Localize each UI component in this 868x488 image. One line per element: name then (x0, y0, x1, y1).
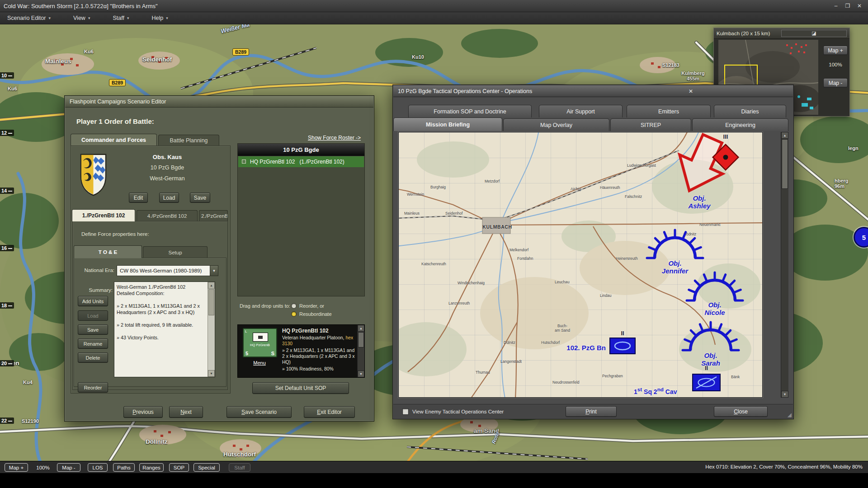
save-scenario-button[interactable]: Save Scenario (226, 406, 292, 418)
window-titlebar[interactable]: Cold War: Southern Storm [2.1.0.5722α] "… (0, 0, 868, 12)
button-label: Exit Editor (317, 409, 342, 415)
status-ranges-button[interactable]: Ranges (139, 463, 164, 472)
view-enemy-toc-label[interactable]: View Enemy Tactical Operations Center (412, 409, 504, 414)
menu-view[interactable]: View ▾ (71, 14, 93, 23)
hex-row-label: 20 (0, 360, 14, 366)
hex-row-label: 16 (0, 245, 14, 251)
briefing-map[interactable]: KULMBACH Melkendorf Burghaig Metzdorf Ai… (398, 132, 763, 398)
tab-battle-planning[interactable]: Battle Planning (158, 135, 219, 145)
briefing-map-scrollbar[interactable]: ▲ ▼ (781, 132, 788, 398)
force-tree[interactable]: 10 PzG Bgde HQ PzGrenBtl 102 (1./PzGrenB… (237, 143, 365, 296)
tab-diaries[interactable]: Diaries (714, 105, 786, 117)
save-button[interactable]: Save (190, 192, 210, 203)
exit-editor-button[interactable]: Exit Editor (304, 406, 355, 418)
minimap-zoom-in-button[interactable]: Map + (823, 46, 848, 55)
tab-map-overlay[interactable]: Map Overlay (503, 118, 609, 131)
restore-button[interactable]: ❐ (843, 2, 853, 10)
resize-grip-icon[interactable]: ◢ (788, 412, 792, 418)
tab-setup[interactable]: Setup (143, 246, 208, 258)
summary-scrollbar[interactable]: ▲ ▼ (208, 282, 215, 377)
counter-unit-name: HQ PzGrenB (244, 343, 276, 347)
edit-button[interactable]: Edit (129, 192, 148, 203)
minimap-zoom-out-button[interactable]: Map - (823, 78, 848, 88)
menu-scenario-editor[interactable]: Scenario Editor ▾ (5, 14, 53, 23)
national-era-select[interactable]: CW 80s West-German (1980-1989) ▾ (117, 265, 218, 276)
button-label: Add Units (82, 299, 104, 304)
tab-engineering[interactable]: Engineering (692, 118, 788, 131)
minimize-button[interactable]: – (831, 2, 841, 10)
rename-button[interactable]: Rename (78, 338, 108, 349)
scrollbar-thumb[interactable] (782, 139, 788, 189)
tab-label: Formation SOP and Doctrine (434, 108, 506, 115)
tab-mission-briefing[interactable]: Mission Briefing (393, 117, 502, 131)
radio-reorder[interactable] (291, 303, 297, 309)
radio-resubordinate[interactable] (291, 311, 297, 317)
status-paths-button[interactable]: Paths (113, 463, 135, 472)
tab-toe[interactable]: T O & E (74, 245, 142, 258)
tree-item-hq-pzgrenbtl[interactable]: HQ PzGrenBtl 102 (1./PzGrenBtl 102) (238, 156, 364, 167)
unit-card-scrollbar[interactable]: ▲ ▼ (357, 325, 364, 377)
scroll-up-icon[interactable]: ▲ (208, 282, 215, 289)
minimap-titlebar[interactable]: Kulmbach (20 x 15 km) ◪ (714, 28, 849, 39)
previous-button[interactable]: Previous (123, 406, 163, 418)
button-label: Edit (134, 195, 143, 201)
tree-header-label: 10 PzG Bgde (283, 146, 319, 153)
editor-titlebar[interactable]: Flashpoint Campaigns Scenario Editor (65, 96, 373, 108)
scroll-down-icon[interactable]: ▼ (781, 391, 788, 398)
status-map-minus-button[interactable]: Map - (57, 463, 80, 472)
status-los-button[interactable]: LOS (88, 463, 108, 472)
app-window: Cold War: Southern Storm [2.1.0.5722α] "… (0, 0, 868, 488)
close-button[interactable]: ✕ (854, 2, 864, 10)
add-units-button[interactable]: Add Units (78, 296, 108, 306)
chevron-down-icon[interactable]: ▾ (210, 266, 218, 276)
menu-staff[interactable]: Staff ▾ (110, 14, 132, 23)
tab-force-2[interactable]: 2./PzGrenBtl 102 (199, 210, 228, 221)
summary-text[interactable]: West-German 1./PzGrenBtl 102 Detailed Co… (114, 282, 208, 377)
toc-footer: View Enemy Tactical Operations Center Pr… (393, 404, 793, 418)
show-force-roster-link[interactable]: Show Force Roster -> (308, 135, 361, 141)
set-default-unit-sop-button[interactable]: Set Default Unit SOP (252, 382, 349, 394)
tab-force-4[interactable]: 4./PzGrenBtl 102 (137, 210, 198, 221)
toc-titlebar[interactable]: 10 PzG Bgde Tactical Operations Center -… (393, 85, 793, 97)
scenario-editor-dialog: Flashpoint Campaigns Scenario Editor Pla… (64, 95, 374, 422)
menu-help[interactable]: Help ▾ (149, 14, 170, 23)
scroll-down-icon[interactable]: ▼ (358, 371, 364, 377)
menu-label: Staff (113, 15, 124, 21)
unit-menu-link[interactable]: Menu (238, 360, 281, 366)
tab-commander-and-forces[interactable]: Commander and Forces (71, 134, 157, 145)
summary-label: Summary: (75, 287, 113, 293)
tab-air-support[interactable]: Air Support (539, 105, 623, 117)
toc-close-icon[interactable]: ✕ (593, 87, 788, 95)
unit-counter-icon[interactable]: L HQ PzGrenB 5 S (243, 328, 277, 357)
reorder-button[interactable]: Reorder (78, 382, 108, 393)
load-button[interactable]: Load (159, 192, 179, 203)
tab-label: Diaries (741, 108, 759, 115)
hex-row-number: 10 (1, 73, 7, 78)
tab-sitrep[interactable]: SITREP (610, 118, 691, 131)
layers-icon[interactable]: ◪ (781, 30, 847, 37)
scrollbar-thumb[interactable] (358, 332, 364, 347)
radio-reorder-label[interactable]: Reorder, or (299, 303, 324, 309)
status-sop-button[interactable]: SOP (169, 463, 189, 472)
next-button[interactable]: Next (169, 406, 203, 418)
save-force-button[interactable]: Save (78, 324, 108, 335)
radio-resubordinate-label[interactable]: Resubordinate (299, 311, 332, 317)
print-button[interactable]: Print (566, 406, 617, 417)
tab-formation-sop[interactable]: Formation SOP and Doctrine (408, 105, 532, 117)
status-map-plus-button[interactable]: Map + (5, 463, 28, 472)
scroll-up-icon[interactable]: ▲ (358, 325, 364, 332)
view-enemy-toc-checkbox[interactable] (402, 408, 409, 415)
button-label: Close (734, 408, 748, 415)
hex-row-number: 14 (1, 188, 7, 193)
status-special-button[interactable]: Special (193, 463, 220, 472)
tab-force-1[interactable]: 1./PzGrenBtl 102 (72, 209, 135, 221)
load-force-button: Load (78, 310, 108, 321)
scrollbar-thumb[interactable] (208, 289, 214, 315)
delete-button[interactable]: Delete (78, 352, 108, 363)
tree-expander-icon[interactable] (242, 160, 246, 164)
summary-field[interactable]: West-German 1./PzGrenBtl 102 Detailed Co… (114, 282, 215, 377)
scroll-up-icon[interactable]: ▲ (781, 132, 788, 139)
close-toc-button[interactable]: Close (714, 406, 768, 417)
tab-emitters[interactable]: Emitters (627, 105, 711, 117)
scroll-down-icon[interactable]: ▼ (208, 370, 215, 377)
